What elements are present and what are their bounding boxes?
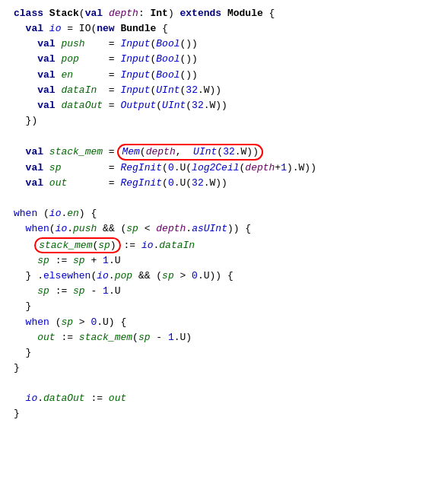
line-16-content: } .elsewhen(io.pop && (sp > 0.U)) { <box>9 269 448 284</box>
line-18: } <box>0 299 448 314</box>
line-20-content: out := stack_mem(sp - 1.U) <box>9 330 448 345</box>
line-13: when(io.push && (sp < depth.asUInt)) { <box>0 221 448 237</box>
line-23-content: io.dataOut := out <box>9 391 448 406</box>
line-5: val en = Input(Bool()) <box>0 68 448 83</box>
line-1-content: class Stack(val depth: Int) extends Modu… <box>9 6 448 21</box>
line-18-content: } <box>9 299 448 314</box>
line-empty-1 <box>0 129 448 144</box>
line-1: class Stack(val depth: Int) extends Modu… <box>0 6 448 21</box>
line-3-content: val push = Input(Bool()) <box>9 37 448 52</box>
line-22-content: } <box>9 361 448 376</box>
line-4: val pop = Input(Bool()) <box>0 52 448 67</box>
line-empty-3 <box>0 376 448 391</box>
line-11: val out = RegInit(0.U(32.W)) <box>0 176 448 191</box>
line-empty-2 <box>0 191 448 206</box>
line-14: stack_mem(sp) := io.dataIn <box>0 237 448 254</box>
line-22: } <box>0 361 448 376</box>
line-24-content: } <box>9 406 448 421</box>
line-3: val push = Input(Bool()) <box>0 37 448 52</box>
line-10: val sp = RegInit(0.U(log2Ceil(depth+1).W… <box>0 161 448 176</box>
line-12: when (io.en) { <box>0 206 448 221</box>
line-21: } <box>0 345 448 361</box>
line-24: } <box>0 406 448 421</box>
line-empty-2-content <box>9 191 448 206</box>
line-15-content: sp := sp + 1.U <box>9 253 448 269</box>
line-empty-3-content <box>9 376 448 391</box>
line-21-content: } <box>9 345 448 361</box>
line-11-content: val out = RegInit(0.U(32.W)) <box>9 176 448 191</box>
line-10-content: val sp = RegInit(0.U(log2Ceil(depth+1).W… <box>9 161 448 176</box>
line-15: sp := sp + 1.U <box>0 253 448 269</box>
line-16: } .elsewhen(io.pop && (sp > 0.U)) { <box>0 269 448 284</box>
line-5-content: val en = Input(Bool()) <box>9 68 448 83</box>
code-block: class Stack(val depth: Int) extends Modu… <box>0 0 448 428</box>
line-19: when (sp > 0.U) { <box>0 315 448 330</box>
line-9-content: val stack_mem = Mem(depth, UInt(32.W)) <box>9 144 448 161</box>
line-13-content: when(io.push && (sp < depth.asUInt)) { <box>9 221 448 237</box>
line-7: val dataOut = Output(UInt(32.W)) <box>0 98 448 113</box>
line-6-content: val dataIn = Input(UInt(32.W)) <box>9 83 448 98</box>
line-7-content: val dataOut = Output(UInt(32.W)) <box>9 98 448 113</box>
line-2-content: val io = IO(new Bundle { <box>9 21 448 37</box>
line-empty-1-content <box>9 129 448 144</box>
line-20: out := stack_mem(sp - 1.U) <box>0 330 448 345</box>
line-4-content: val pop = Input(Bool()) <box>9 52 448 67</box>
line-17-content: sp := sp - 1.U <box>9 284 448 299</box>
line-6: val dataIn = Input(UInt(32.W)) <box>0 83 448 98</box>
line-17: sp := sp - 1.U <box>0 284 448 299</box>
line-14-content: stack_mem(sp) := io.dataIn <box>9 237 448 254</box>
line-19-content: when (sp > 0.U) { <box>9 315 448 330</box>
line-2: val io = IO(new Bundle { <box>0 21 448 37</box>
line-8: }) <box>0 113 448 129</box>
line-8-content: }) <box>9 113 448 129</box>
line-9: val stack_mem = Mem(depth, UInt(32.W)) <box>0 144 448 161</box>
line-23: io.dataOut := out <box>0 391 448 406</box>
line-12-content: when (io.en) { <box>9 206 448 221</box>
